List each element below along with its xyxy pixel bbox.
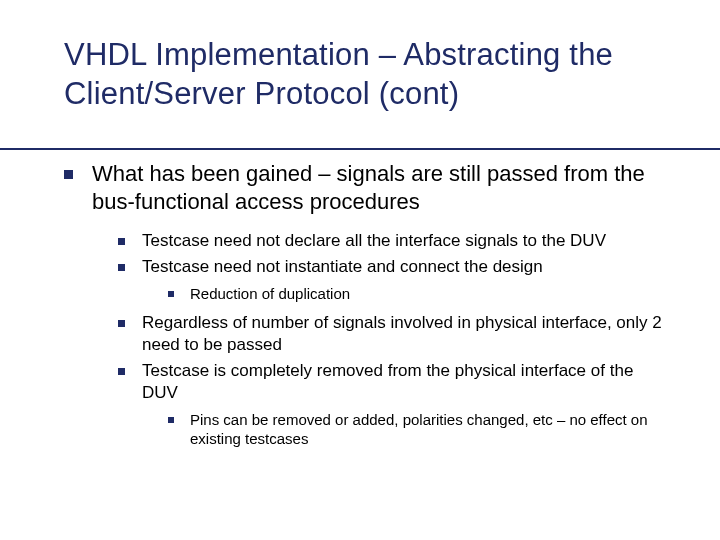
bullet-text: Reduction of duplication	[190, 285, 350, 302]
slide-body: What has been gained – signals are still…	[64, 160, 672, 449]
title-underline	[0, 148, 720, 150]
bullet-level2: Testcase is completely removed from the …	[118, 360, 672, 449]
bullet-text: Testcase is completely removed from the …	[142, 361, 633, 402]
bullet-text: Testcase need not declare all the interf…	[142, 231, 606, 250]
bullet-level2: Testcase need not declare all the interf…	[118, 230, 672, 252]
bullet-level3: Pins can be removed or added, polarities…	[168, 410, 672, 449]
slide: VHDL Implementation – Abstracting the Cl…	[0, 0, 720, 540]
bullet-level3: Reduction of duplication	[168, 284, 672, 304]
bullet-text: Pins can be removed or added, polarities…	[190, 411, 648, 448]
bullet-text: Testcase need not instantiate and connec…	[142, 257, 543, 276]
bullet-level1: What has been gained – signals are still…	[64, 160, 672, 449]
bullet-level2: Regardless of number of signals involved…	[118, 312, 672, 356]
slide-title: VHDL Implementation – Abstracting the Cl…	[64, 36, 672, 114]
bullet-text: Regardless of number of signals involved…	[142, 313, 662, 354]
bullet-text: What has been gained – signals are still…	[92, 161, 645, 214]
bullet-level2: Testcase need not instantiate and connec…	[118, 256, 672, 304]
